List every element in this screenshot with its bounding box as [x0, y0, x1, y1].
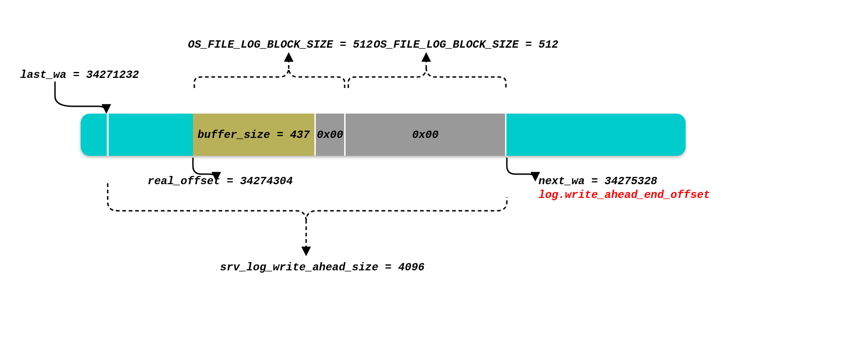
annotation-layer [0, 0, 868, 340]
arrow-real-offset [193, 158, 216, 180]
brace-block1 [194, 69, 345, 88]
arrow-last-wa [55, 82, 106, 112]
brace-srv-size [108, 183, 507, 220]
arrow-next-wa [507, 158, 535, 180]
diagram-canvas: OS_FILE_LOG_BLOCK_SIZE = 512 OS_FILE_LOG… [0, 0, 868, 340]
brace-block2 [348, 69, 506, 88]
